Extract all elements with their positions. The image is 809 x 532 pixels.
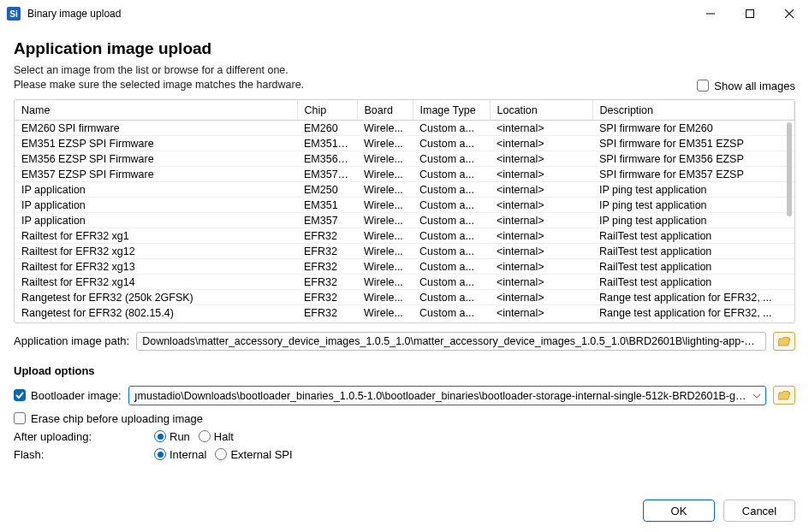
- cell-chip: EM260: [297, 121, 357, 136]
- table-row[interactable]: Railtest for EFR32 xg13EFR32Wirele...Cus…: [15, 259, 794, 275]
- cell-board: Wirele...: [357, 182, 413, 198]
- cell-name: EM357 EZSP SPI Firmware: [15, 167, 297, 182]
- minimize-button[interactable]: [691, 0, 730, 27]
- folder-open-icon: [778, 390, 790, 400]
- cell-itype: Custom a...: [413, 259, 490, 275]
- cell-name: EM260 SPI firmware: [15, 121, 297, 136]
- show-all-images-label: Show all images: [714, 80, 795, 92]
- show-all-images-checkbox[interactable]: Show all images: [697, 80, 795, 92]
- after-run-label: Run: [170, 430, 190, 443]
- subtitle-line-2: Please make sure the selected image matc…: [14, 78, 304, 92]
- cell-desc: SPI firmware for EM356 EZSP: [592, 151, 794, 167]
- cell-board: Wirele...: [357, 213, 413, 228]
- col-location[interactable]: Location: [490, 100, 592, 121]
- table-row[interactable]: EM357 EZSP SPI FirmwareEM357-E...Wirele.…: [15, 167, 794, 182]
- cell-board: Wirele...: [357, 290, 413, 305]
- maximize-button[interactable]: [730, 0, 770, 27]
- table-row[interactable]: Railtest for EFR32 xg1EFR32Wirele...Cust…: [15, 228, 794, 244]
- table-row[interactable]: EM351 EZSP SPI FirmwareEM351-E...Wirele.…: [15, 136, 794, 151]
- upload-options-heading: Upload options: [14, 364, 795, 377]
- col-name[interactable]: Name: [15, 100, 297, 121]
- cell-loc: <internal>: [490, 182, 592, 198]
- cell-chip: EM351: [297, 198, 357, 213]
- flash-internal-radio[interactable]: Internal: [154, 448, 206, 461]
- checkbox-icon: [697, 80, 709, 92]
- table-row[interactable]: EM356 EZSP SPI FirmwareEM356-E...Wirele.…: [15, 151, 794, 167]
- cell-chip: EFR32: [297, 275, 357, 290]
- cell-desc: IP ping test application: [592, 213, 794, 228]
- cell-name: Railtest for EFR32 xg14: [15, 275, 297, 290]
- col-image-type[interactable]: Image Type: [413, 100, 490, 121]
- cell-board: Wirele...: [357, 121, 413, 136]
- cell-board: Wirele...: [357, 151, 413, 167]
- app-image-path-input[interactable]: Downloads\matter_accessory_device_images…: [136, 332, 766, 351]
- erase-chip-checkbox[interactable]: Erase chip before uploading image: [14, 412, 203, 425]
- table-row[interactable]: EM260 SPI firmwareEM260Wirele...Custom a…: [15, 121, 794, 136]
- cell-desc: SPI firmware for EM260: [592, 121, 794, 136]
- maximize-icon: [746, 9, 754, 18]
- table-header-row: Name Chip Board Image Type Location Desc…: [15, 100, 794, 121]
- close-button[interactable]: [770, 0, 809, 27]
- app-image-path-label: Application image path:: [14, 334, 129, 347]
- table-scrollbar[interactable]: [786, 122, 793, 321]
- scrollbar-thumb[interactable]: [787, 122, 792, 216]
- subtitle-line-1: Select an image from the list or browse …: [14, 63, 304, 78]
- cell-name: Rangetest for EFR32 (250k 2GFSK): [15, 290, 297, 305]
- cell-chip: EFR32: [297, 290, 357, 305]
- table-row[interactable]: Rangetest for EFR32 (802.15.4)EFR32Wirel…: [15, 305, 794, 321]
- cell-chip: EM357: [297, 213, 357, 228]
- cell-board: Wirele...: [357, 198, 413, 213]
- cancel-button[interactable]: Cancel: [723, 499, 795, 522]
- bootloader-image-checkbox[interactable]: Bootloader image:: [14, 389, 122, 402]
- cell-board: Wirele...: [357, 259, 413, 275]
- cell-desc: Range test application for EFR32, ...: [592, 305, 794, 321]
- table-row[interactable]: Railtest for EFR32 xg14EFR32Wirele...Cus…: [15, 275, 794, 290]
- table-row[interactable]: IP applicationEM357Wirele...Custom a...<…: [15, 213, 794, 228]
- flash-internal-label: Internal: [170, 448, 206, 461]
- col-description[interactable]: Description: [592, 100, 794, 121]
- cell-chip: EM250: [297, 182, 357, 198]
- cell-desc: SPI firmware for EM351 EZSP: [592, 136, 794, 151]
- after-halt-radio[interactable]: Halt: [199, 430, 234, 443]
- table-row[interactable]: Rangetest for EFR32 (250k 2GFSK)EFR32Wir…: [15, 290, 794, 305]
- cell-loc: <internal>: [490, 121, 592, 136]
- table-row[interactable]: IP applicationEM250Wirele...Custom a...<…: [15, 182, 794, 198]
- after-run-radio[interactable]: Run: [154, 430, 190, 443]
- col-chip[interactable]: Chip: [297, 100, 357, 121]
- app-icon: Si: [7, 7, 21, 21]
- cell-loc: <internal>: [490, 167, 592, 182]
- checkbox-checked-icon: [14, 389, 26, 401]
- flash-external-radio[interactable]: External SPI: [215, 448, 292, 461]
- chevron-down-icon: [753, 389, 760, 401]
- cell-board: Wirele...: [357, 167, 413, 182]
- image-table[interactable]: Name Chip Board Image Type Location Desc…: [14, 99, 795, 323]
- cell-desc: RailTest test application: [592, 244, 794, 259]
- after-halt-label: Halt: [214, 430, 234, 443]
- cell-chip: EM357-E...: [297, 167, 357, 182]
- cell-chip: EFR32: [297, 244, 357, 259]
- bootloader-image-combobox[interactable]: ȷmustadio\Downloads\bootloader_binaries_…: [128, 386, 766, 405]
- after-uploading-label: After uploading:: [14, 430, 99, 443]
- table-row[interactable]: Railtest for EFR32 xg12EFR32Wirele...Cus…: [15, 244, 794, 259]
- cell-desc: IP ping test application: [592, 182, 794, 198]
- cell-loc: <internal>: [490, 136, 592, 151]
- table-row[interactable]: IP applicationEM351Wirele...Custom a...<…: [15, 198, 794, 213]
- cell-itype: Custom a...: [413, 305, 490, 321]
- cell-desc: RailTest test application: [592, 259, 794, 275]
- browse-bootloader-button[interactable]: [773, 386, 795, 405]
- cell-desc: SPI firmware for EM357 EZSP: [592, 167, 794, 182]
- cell-itype: Custom a...: [413, 182, 490, 198]
- flash-label: Flash:: [14, 448, 99, 461]
- cell-chip: EFR32: [297, 259, 357, 275]
- cell-loc: <internal>: [490, 259, 592, 275]
- cell-itype: Custom a...: [413, 151, 490, 167]
- cell-name: Railtest for EFR32 xg13: [15, 259, 297, 275]
- cell-itype: Custom a...: [413, 228, 490, 244]
- browse-app-image-button[interactable]: [773, 332, 795, 351]
- cell-itype: Custom a...: [413, 136, 490, 151]
- folder-open-icon: [778, 336, 790, 346]
- ok-button[interactable]: OK: [643, 499, 715, 522]
- col-board[interactable]: Board: [357, 100, 413, 121]
- minimize-icon: [706, 9, 715, 18]
- cell-loc: <internal>: [490, 228, 592, 244]
